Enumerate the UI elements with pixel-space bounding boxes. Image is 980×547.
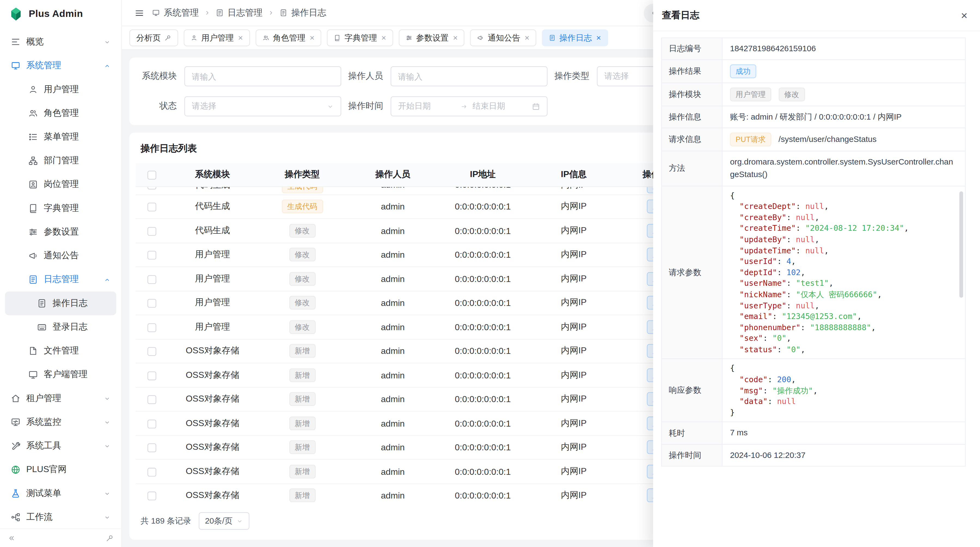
close-tab-icon[interactable]: × bbox=[525, 34, 529, 42]
tab-param-settings[interactable]: 参数设置 × bbox=[399, 29, 465, 46]
file-icon bbox=[28, 346, 38, 356]
cell-ip-info: 内网IP bbox=[528, 466, 620, 477]
sidebar-item-system-mgmt[interactable]: 系统管理 bbox=[5, 54, 116, 77]
operation-type-tag: 修改 bbox=[289, 272, 315, 286]
detail-value-method: org.dromara.system.controller.system.Sys… bbox=[722, 151, 965, 186]
calendar-icon bbox=[532, 102, 540, 110]
drawer-body: 日志编号 1842781986426159106 操作结果 成功 操作模块 用户… bbox=[653, 31, 980, 466]
sidebar-item-param-settings[interactable]: 参数设置 bbox=[5, 220, 116, 244]
row-checkbox[interactable] bbox=[148, 227, 156, 236]
close-icon[interactable]: × bbox=[961, 10, 967, 21]
screen: Plus Admin 概览 系统管理 用户管理 角色管理 bbox=[0, 0, 980, 547]
sidebar-item-user-mgmt[interactable]: 用户管理 bbox=[5, 78, 116, 101]
cell-module: OSS对象存储 bbox=[168, 369, 257, 381]
filter-label: 系统模块 bbox=[139, 70, 177, 82]
cell-ip: 0:0:0:0:0:0:0:1 bbox=[438, 322, 527, 332]
sidebar-item-tenant-mgmt[interactable]: 租户管理 bbox=[5, 386, 116, 410]
chevron-down-icon bbox=[104, 490, 111, 497]
operator-input[interactable] bbox=[391, 66, 547, 86]
breadcrumb-item-system-mgmt[interactable]: 系统管理 bbox=[152, 7, 199, 18]
row-checkbox[interactable] bbox=[148, 492, 156, 501]
sidebar-item-test-menu[interactable]: 测试菜单 bbox=[5, 482, 116, 506]
row-checkbox[interactable] bbox=[148, 187, 156, 189]
sidebar-item-login-log[interactable]: 登录日志 bbox=[5, 315, 116, 339]
tab-dict-mgmt[interactable]: 字典管理 × bbox=[327, 29, 393, 46]
megaphone-icon bbox=[28, 251, 38, 261]
sidebar-item-post-mgmt[interactable]: 岗位管理 bbox=[5, 173, 116, 196]
tab-user-mgmt[interactable]: 用户管理 × bbox=[184, 29, 250, 46]
row-checkbox[interactable] bbox=[148, 419, 156, 428]
workflow-icon bbox=[11, 512, 21, 522]
row-checkbox[interactable] bbox=[148, 275, 156, 284]
row-checkbox[interactable] bbox=[148, 203, 156, 212]
cell-ip: 0:0:0:0:0:0:0:1 bbox=[438, 418, 527, 428]
sidebar-item-file-mgmt[interactable]: 文件管理 bbox=[5, 339, 116, 363]
sliders-icon bbox=[28, 227, 38, 237]
row-checkbox[interactable] bbox=[148, 395, 156, 404]
operation-type-tag: 修改 bbox=[289, 296, 315, 310]
collapse-sidebar-icon[interactable] bbox=[8, 534, 16, 542]
select-all-checkbox[interactable] bbox=[148, 171, 156, 180]
sidebar-item-dict-mgmt[interactable]: 字典管理 bbox=[5, 196, 116, 220]
hamburger-menu-icon[interactable] bbox=[134, 8, 145, 18]
row-checkbox[interactable] bbox=[148, 299, 156, 308]
cell-operator: admin bbox=[348, 370, 438, 380]
sidebar-item-operation-log[interactable]: 操作日志 bbox=[5, 292, 116, 315]
book-icon bbox=[334, 34, 340, 41]
operation-type-tag: 新增 bbox=[289, 416, 315, 431]
row-checkbox[interactable] bbox=[148, 372, 156, 380]
status-select[interactable]: 请选择 bbox=[184, 96, 341, 116]
sidebar-item-system-tools[interactable]: 系统工具 bbox=[5, 434, 116, 458]
tab-role-mgmt[interactable]: 角色管理 × bbox=[255, 29, 321, 46]
document-icon bbox=[279, 9, 288, 17]
sidebar-item-dept-mgmt[interactable]: 部门管理 bbox=[5, 149, 116, 172]
row-checkbox[interactable] bbox=[148, 468, 156, 477]
sidebar-item-menu-mgmt[interactable]: 菜单管理 bbox=[5, 125, 116, 149]
sidebar-item-log-mgmt[interactable]: 日志管理 bbox=[5, 268, 116, 292]
detail-label-request: 请求信息 bbox=[662, 128, 722, 151]
close-tab-icon[interactable]: × bbox=[381, 34, 386, 42]
sidebar-item-plus-website[interactable]: PLUS官网 bbox=[5, 458, 116, 482]
tab-operation-log[interactable]: 操作日志 × bbox=[542, 29, 608, 46]
client-icon bbox=[28, 370, 38, 380]
breadcrumb-item-operation-log[interactable]: 操作日志 bbox=[279, 7, 326, 18]
cell-module: 代码生成 bbox=[168, 225, 257, 236]
cell-module: OSS对象存储 bbox=[168, 345, 257, 357]
result-success-tag: 成功 bbox=[730, 65, 756, 78]
sidebar-item-role-mgmt[interactable]: 角色管理 bbox=[5, 101, 116, 125]
pin-sidebar-icon[interactable] bbox=[106, 534, 114, 542]
desktop-icon bbox=[11, 417, 21, 427]
sidebar-item-overview[interactable]: 概览 bbox=[5, 30, 116, 54]
close-tab-icon[interactable]: × bbox=[453, 34, 458, 42]
brand[interactable]: Plus Admin bbox=[0, 0, 121, 27]
cell-ip: 0:0:0:0:0:0:0:1 bbox=[438, 187, 527, 189]
operation-type-tag: 新增 bbox=[289, 489, 315, 502]
sidebar-item-workflow[interactable]: 工作流 bbox=[5, 506, 116, 528]
cell-ip: 0:0:0:0:0:0:0:1 bbox=[438, 202, 527, 212]
pin-icon[interactable] bbox=[164, 34, 171, 41]
row-checkbox[interactable] bbox=[148, 347, 156, 356]
scrollbar-thumb[interactable] bbox=[959, 191, 963, 297]
row-checkbox[interactable] bbox=[148, 251, 156, 260]
detail-label-response-params: 响应参数 bbox=[662, 359, 722, 422]
breadcrumb-item-log-mgmt[interactable]: 日志管理 bbox=[216, 7, 262, 18]
cell-module: 用户管理 bbox=[168, 297, 257, 308]
cell-ip-info: 内网IP bbox=[528, 187, 620, 190]
cell-operator: admin bbox=[348, 298, 438, 308]
filter-label: 操作类型 bbox=[552, 70, 589, 82]
sidebar-item-system-monitor[interactable]: 系统监控 bbox=[5, 410, 116, 434]
row-checkbox[interactable] bbox=[148, 444, 156, 453]
sidebar-item-notice[interactable]: 通知公告 bbox=[5, 244, 116, 268]
sidebar-item-client-mgmt[interactable]: 客户端管理 bbox=[5, 363, 116, 386]
tab-notice[interactable]: 通知公告 × bbox=[470, 29, 536, 46]
row-checkbox[interactable] bbox=[148, 323, 156, 332]
page-size-select[interactable]: 20条/页 bbox=[199, 512, 249, 529]
close-tab-icon[interactable]: × bbox=[310, 34, 314, 42]
request-params-json[interactable]: { "createDept": null, "createBy": null, … bbox=[730, 190, 959, 355]
cell-ip-info: 内网IP bbox=[528, 442, 620, 453]
tab-analysis[interactable]: 分析页 bbox=[129, 29, 178, 46]
date-range-picker[interactable]: 开始日期 结束日期 bbox=[391, 96, 547, 116]
system-module-input[interactable] bbox=[184, 66, 341, 86]
close-tab-icon[interactable]: × bbox=[238, 34, 243, 42]
close-tab-icon[interactable]: × bbox=[596, 34, 601, 42]
